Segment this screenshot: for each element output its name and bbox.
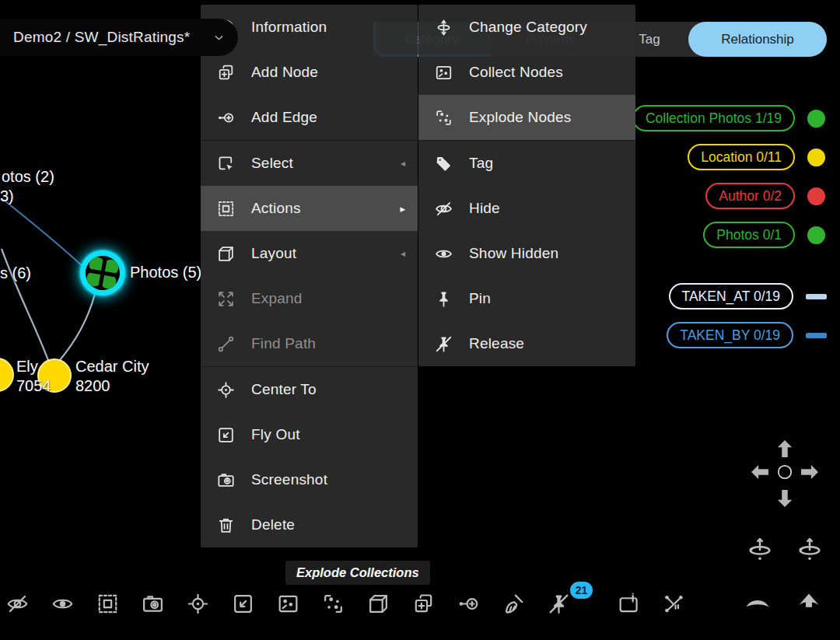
node-label-cedar-city: Cedar City 8200 xyxy=(75,357,149,396)
submenu-item-change-category[interactable]: Change Category xyxy=(418,5,635,50)
pan-center-button[interactable] xyxy=(775,463,794,481)
legend-categories: Collection Photos 1/19 Location 0/11 Aut… xyxy=(632,105,825,261)
menu-item-actions[interactable]: Actions ▸ xyxy=(201,186,418,231)
menu-item-add-node[interactable]: Add Node xyxy=(201,50,418,95)
center-to-icon xyxy=(216,380,236,400)
fly-out-icon xyxy=(216,425,236,445)
add-node-icon xyxy=(216,63,236,82)
toolbar-button-center-to[interactable] xyxy=(184,590,211,617)
toolbar-button-screenshot[interactable] xyxy=(139,590,166,617)
category-color-dot[interactable] xyxy=(807,110,825,128)
legend-relationship-taken-by-0-19: TAKEN_BY 0/19 xyxy=(667,322,825,348)
legend-relationship-taken-at-0-19: TAKEN_AT 0/19 xyxy=(667,283,825,310)
actions-submenu: Change Category Collect Nodes Explode No… xyxy=(418,5,635,366)
notification-badge: 21 xyxy=(570,582,593,599)
menu-item-center-to[interactable]: Center To xyxy=(201,367,418,412)
expand-arrows-icon xyxy=(216,289,236,309)
collect-picture-icon xyxy=(434,63,453,82)
view-button-raise-view[interactable] xyxy=(796,589,822,615)
selected-node-label: Photos (5) xyxy=(130,264,201,282)
pan-left-button[interactable] xyxy=(749,461,771,483)
toolbar-button-pause-physics[interactable] xyxy=(660,590,687,617)
submenu-item-tag[interactable]: Tag xyxy=(418,141,635,186)
submenu-item-collect-nodes[interactable]: Collect Nodes xyxy=(418,50,635,95)
toolbar-button-select-region[interactable] xyxy=(94,590,121,617)
submenu-item-hide[interactable]: Hide xyxy=(418,186,635,231)
category-color-dot[interactable] xyxy=(807,226,825,244)
toolbar-button-annotate[interactable] xyxy=(615,590,642,617)
menu-item-delete[interactable]: Delete xyxy=(201,502,418,547)
legend-category-location-0-11: Location 0/11 xyxy=(632,144,825,170)
submenu-item-pin[interactable]: Pin xyxy=(418,276,635,321)
pan-up-button[interactable] xyxy=(774,438,796,460)
menu-item-screenshot[interactable]: Screenshot xyxy=(201,457,418,502)
add-edge-icon xyxy=(216,108,236,128)
category-pill[interactable]: Location 0/11 xyxy=(688,144,795,170)
menu-item-layout[interactable]: Layout ◂ xyxy=(201,231,418,276)
menu-item-add-edge[interactable]: Add Edge xyxy=(201,95,418,140)
toolbar-button-add-node[interactable] xyxy=(410,590,436,617)
node-value: 8200 xyxy=(75,376,149,396)
relationship-pill[interactable]: TAKEN_BY 0/19 xyxy=(667,322,793,348)
legend-category-author-0-2: Author 0/2 xyxy=(632,183,825,209)
submenu-arrow-icon: ◂ xyxy=(401,248,405,259)
chevron-down-icon[interactable] xyxy=(212,31,226,44)
category-pill[interactable]: Photos 0/1 xyxy=(703,222,795,248)
menu-item-find-path[interactable]: Find Path xyxy=(201,321,418,366)
add-node-icon xyxy=(411,592,436,616)
menu-item-select[interactable]: Select ◂ xyxy=(201,141,418,186)
workspace-title: Demo2 / SW_DistRatings* xyxy=(13,29,190,46)
toolbar-button-release-pins[interactable]: 21 xyxy=(545,590,572,617)
legend-relationships: TAKEN_AT 0/19 TAKEN_BY 0/19 xyxy=(667,283,825,361)
toolbar-button-layout[interactable] xyxy=(365,590,391,617)
pin-off-icon xyxy=(434,334,453,354)
node-value: 7054 xyxy=(16,376,51,396)
physics-icon xyxy=(662,592,686,616)
explode-scatter-icon xyxy=(321,592,345,616)
pan-down-button[interactable] xyxy=(774,488,796,509)
submenu-item-show-hidden[interactable]: Show Hidden xyxy=(418,231,635,276)
cube-3d-icon xyxy=(216,244,236,264)
eye-icon xyxy=(434,244,453,264)
relationship-line-swatch[interactable] xyxy=(806,294,827,299)
pin-off-icon xyxy=(547,592,571,616)
broom-icon xyxy=(502,592,526,616)
workspace-title-pill[interactable]: Demo2 / SW_DistRatings* xyxy=(0,19,238,56)
category-pill[interactable]: Collection Photos 1/19 xyxy=(632,105,795,131)
orbit-left-button[interactable] xyxy=(746,535,774,563)
camera-icon xyxy=(216,470,236,490)
pan-right-button[interactable] xyxy=(799,461,821,483)
bottom-toolbar-secondary xyxy=(615,590,687,617)
toolbar-button-fly-out[interactable] xyxy=(229,590,256,617)
menu-item-expand[interactable]: Expand xyxy=(201,276,418,321)
view-button-flatten-view[interactable] xyxy=(744,589,771,615)
category-color-dot[interactable] xyxy=(807,187,825,205)
node-label-ely: Ely 7054 xyxy=(16,357,51,396)
menu-item-fly-out[interactable]: Fly Out xyxy=(201,412,418,457)
tooltip: Explode Collections xyxy=(285,561,430,585)
toolbar-button-show[interactable] xyxy=(49,590,75,617)
orbit-right-button[interactable] xyxy=(796,535,824,563)
actions-chip-icon xyxy=(216,199,236,219)
submenu-item-explode-nodes[interactable]: Explode Nodes xyxy=(418,95,635,140)
toolbar-button-clean-up[interactable] xyxy=(500,590,527,617)
submenu-item-release[interactable]: Release xyxy=(418,321,635,366)
toolbar-button-explode-collections[interactable] xyxy=(320,590,346,617)
tab-relationship[interactable]: Relationship xyxy=(688,22,827,57)
toolbar-button-add-edge[interactable] xyxy=(455,590,481,617)
category-color-dot[interactable] xyxy=(807,149,825,166)
toolbar-button-collect-nodes[interactable] xyxy=(275,590,301,617)
mound-up-icon xyxy=(796,588,822,616)
fly-out-icon xyxy=(231,592,255,616)
pin-icon xyxy=(434,289,453,309)
legend-category-collection-photos-1-19: Collection Photos 1/19 xyxy=(632,105,825,131)
toolbar-button-hide[interactable] xyxy=(4,590,30,617)
relationship-pill[interactable]: TAKEN_AT 0/19 xyxy=(669,283,793,310)
center-to-icon xyxy=(186,592,210,616)
orbit-controls xyxy=(746,535,824,563)
bottom-toolbar: 21 xyxy=(4,590,572,617)
add-edge-icon xyxy=(457,592,481,616)
category-pill[interactable]: Author 0/2 xyxy=(705,183,795,209)
relationship-line-swatch[interactable] xyxy=(806,333,827,338)
partial-node-label: s (6) xyxy=(0,264,31,282)
